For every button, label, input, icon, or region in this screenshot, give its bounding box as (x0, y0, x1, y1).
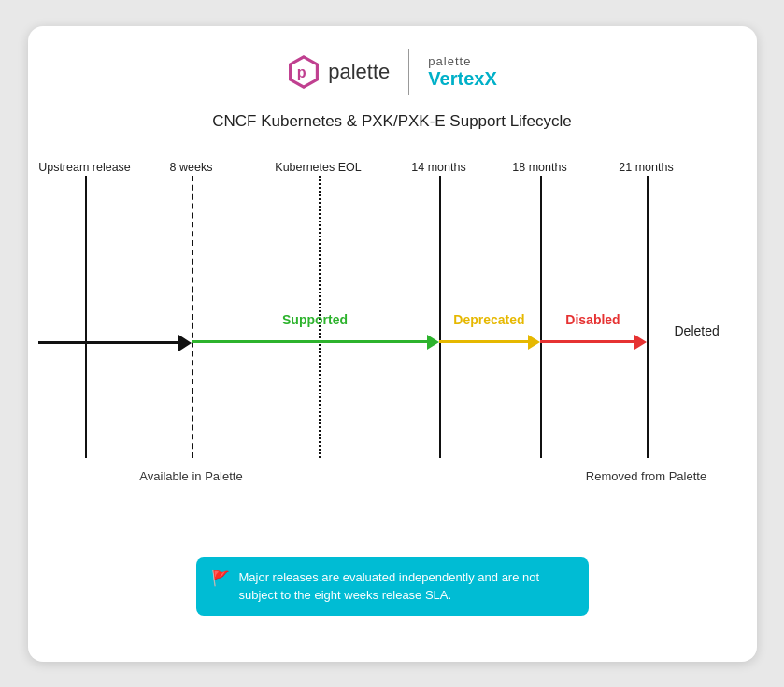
header: p palette palette VertexX (58, 49, 727, 95)
logo-divider (408, 49, 409, 95)
disabled-arrow-shaft (540, 340, 634, 343)
deleted-label: Deleted (675, 323, 720, 338)
line-label-8weeks: 8 weeks (170, 161, 213, 174)
removed-label: Removed from Palette (586, 469, 706, 483)
vertex-colored-text: X (484, 68, 496, 89)
line-label-21months: 21 months (619, 161, 673, 174)
big-left-arrow (38, 335, 192, 351)
vline-21months (647, 176, 649, 458)
info-text: Major releases are evaluated independent… (239, 568, 574, 605)
available-label: Available in Palette (139, 469, 242, 483)
deprecated-arrowhead (528, 335, 540, 350)
line-label-14months: 14 months (411, 161, 465, 174)
flag-icon: 🚩 (211, 569, 230, 587)
vertex-brand-text: VertexX (428, 68, 496, 90)
vline-14months (439, 176, 441, 458)
arrow-row-disabled (540, 335, 647, 350)
deprecated-arrow-shaft (439, 340, 528, 343)
disabled-arrowhead (634, 335, 647, 350)
disabled-arrow-label: Disabled (565, 312, 620, 327)
arrow-row-deprecated (439, 335, 540, 350)
big-arrowhead (178, 335, 192, 351)
line-label-18months: 18 months (512, 161, 566, 174)
arrow-row-supported (192, 335, 439, 350)
deprecated-arrow-label: Deprecated (453, 312, 524, 327)
big-arrow-shaft (38, 341, 178, 344)
palette-hex-icon: p (287, 55, 321, 89)
supported-arrow-shaft (192, 340, 427, 343)
vertex-palette-label: palette (428, 54, 471, 68)
info-box: 🚩 Major releases are evaluated independe… (196, 557, 589, 616)
vline-18months (540, 176, 542, 458)
main-card: p palette palette VertexX CNCF Kubernete… (28, 26, 757, 662)
vline-upstream (85, 176, 87, 458)
palette-brand-text: palette (328, 60, 390, 84)
chart-title: CNCF Kubernetes & PXK/PXK-E Support Life… (58, 112, 727, 131)
vertex-plain-text: Vertex (428, 68, 484, 89)
supported-arrowhead (427, 335, 439, 350)
supported-arrow-label: Supported (282, 312, 348, 327)
vline-8weeks (192, 176, 193, 458)
upstream-release-label: Upstream release (38, 161, 131, 174)
line-label-k8seol: Kubernetes EOL (275, 161, 361, 174)
svg-text:p: p (297, 64, 306, 80)
vertex-logo: palette VertexX (428, 54, 496, 90)
lifecycle-diagram: Upstream release8 weeksKubernetes EOL14 … (58, 150, 727, 542)
palette-logo: p palette (287, 55, 390, 89)
